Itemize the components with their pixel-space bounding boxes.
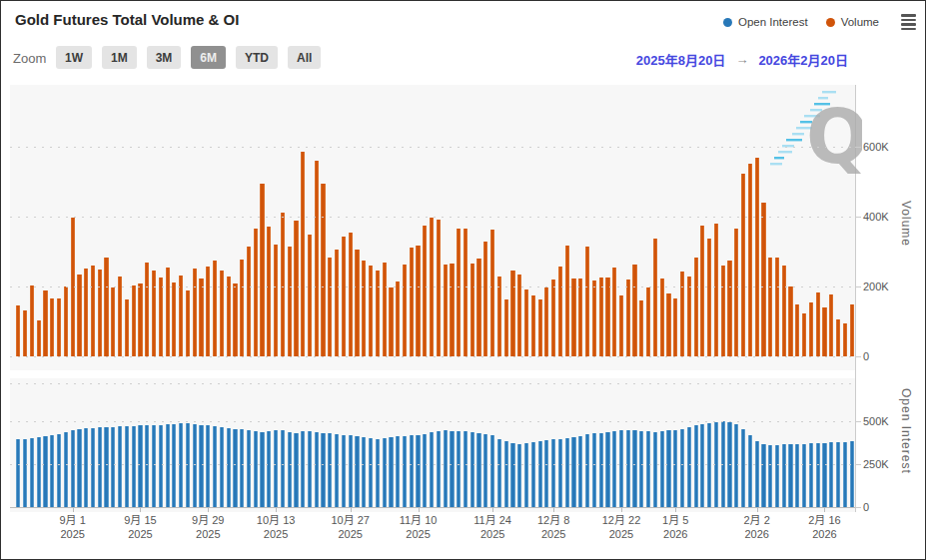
volume-bar <box>850 304 854 357</box>
open-interest-bar <box>125 426 129 507</box>
volume-bar <box>673 298 677 356</box>
open-interest-bar <box>470 432 474 507</box>
volume-bar <box>145 263 149 357</box>
open-interest-bar <box>301 431 305 507</box>
open-interest-bar <box>517 444 521 507</box>
open-interest-bar <box>538 441 542 507</box>
open-interest-bar <box>342 435 346 507</box>
volume-bar <box>104 258 108 356</box>
volume-bar <box>64 286 68 356</box>
volume-bar <box>294 221 298 356</box>
volume-bar <box>288 247 292 356</box>
open-interest-bar <box>850 441 854 507</box>
open-interest-bar <box>308 431 312 507</box>
open-interest-bar <box>376 439 380 507</box>
volume-bar <box>423 226 427 356</box>
legend-label-volume: Volume <box>841 16 879 28</box>
open-interest-bar <box>16 439 20 507</box>
open-interest-bar <box>355 436 359 507</box>
volume-bar <box>632 265 636 356</box>
volume-bar <box>410 248 414 356</box>
zoom-button-1m[interactable]: 1M <box>102 46 137 69</box>
volume-bar <box>362 261 366 356</box>
volume-bar <box>342 237 346 356</box>
volume-bar <box>199 279 203 356</box>
volume-bar <box>768 258 772 356</box>
open-interest-bar <box>768 445 772 507</box>
open-interest-bar <box>626 430 630 507</box>
open-interest-bar <box>71 430 75 507</box>
open-interest-bar <box>369 438 373 507</box>
volume-bar <box>254 229 258 356</box>
zoom-button-group: 1W1M3M6MYTDAll <box>56 46 321 69</box>
open-interest-bar <box>755 441 759 507</box>
volume-bar <box>267 227 271 356</box>
open-interest-bar <box>315 432 319 507</box>
open-interest-bar <box>84 428 88 507</box>
x-axis-label: 2月 22026 <box>722 513 792 541</box>
volume-bar <box>308 235 312 356</box>
open-interest-bar <box>660 431 664 507</box>
legend-label-open-interest: Open Interest <box>738 16 808 28</box>
open-interest-bar <box>132 426 136 507</box>
open-interest-bar <box>57 434 61 507</box>
open-interest-bar <box>91 428 95 507</box>
volume-bar <box>524 289 528 356</box>
open-interest-bar <box>490 435 494 507</box>
y-axis-label: 0 <box>863 350 869 362</box>
legend-item-volume[interactable]: Volume <box>826 16 879 28</box>
open-interest-bar <box>497 439 501 507</box>
volume-bar <box>172 282 176 356</box>
open-interest-bar <box>186 423 190 507</box>
open-interest-bar <box>138 425 142 507</box>
context-menu-icon[interactable] <box>901 14 916 30</box>
open-interest-bar <box>118 426 122 507</box>
zoom-button-ytd[interactable]: YTD <box>236 46 278 69</box>
open-interest-bar <box>349 435 353 507</box>
x-axis-tick <box>419 507 420 512</box>
volume-bar <box>666 293 670 356</box>
volume-bar <box>227 277 231 357</box>
x-axis-label: 9月 12025 <box>38 513 108 541</box>
y-axis-tick <box>855 421 861 422</box>
volume-bar <box>843 323 847 356</box>
zoom-button-3m[interactable]: 3M <box>147 46 182 69</box>
date-range-start[interactable]: 2025年8月20日 <box>636 50 726 69</box>
date-range-end[interactable]: 2026年2月20日 <box>758 50 848 69</box>
volume-bar <box>301 152 305 356</box>
open-interest-bar <box>524 443 528 507</box>
open-interest-bar <box>476 433 480 507</box>
volume-bar <box>775 258 779 356</box>
open-interest-bar <box>510 443 514 507</box>
volume-bar <box>132 285 136 356</box>
open-interest-bar <box>159 425 163 507</box>
volume-bar <box>829 294 833 356</box>
volume-bar <box>497 277 501 356</box>
legend-item-open-interest[interactable]: Open Interest <box>723 16 808 28</box>
chart-widget: { "header": { "title": "Gold Futures Tot… <box>0 0 926 560</box>
volume-bar <box>206 267 210 356</box>
zoom-button-1w[interactable]: 1W <box>56 46 92 69</box>
volume-bar <box>578 279 582 356</box>
volume-bar <box>490 230 494 356</box>
open-interest-bar <box>437 431 441 507</box>
open-interest-bar <box>199 425 203 507</box>
right-axis-line <box>855 85 856 512</box>
volume-bar <box>30 285 34 356</box>
volume-bar <box>755 158 759 356</box>
volume-bar <box>470 264 474 356</box>
x-axis-label: 10月 132025 <box>241 513 311 541</box>
y-axis-tick <box>855 286 861 287</box>
open-interest-bar <box>639 431 643 507</box>
volume-bar <box>734 229 738 356</box>
zoom-label: Zoom <box>13 51 46 66</box>
open-interest-bar <box>23 439 27 507</box>
volume-bar <box>84 269 88 356</box>
y-axis-label: 400K <box>863 211 889 223</box>
open-interest-bar <box>761 444 765 507</box>
open-interest-bar <box>822 443 826 507</box>
zoom-button-6m[interactable]: 6M <box>191 46 226 69</box>
open-interest-bar <box>104 427 108 507</box>
zoom-button-all[interactable]: All <box>288 46 321 69</box>
volume-bar <box>166 268 170 356</box>
